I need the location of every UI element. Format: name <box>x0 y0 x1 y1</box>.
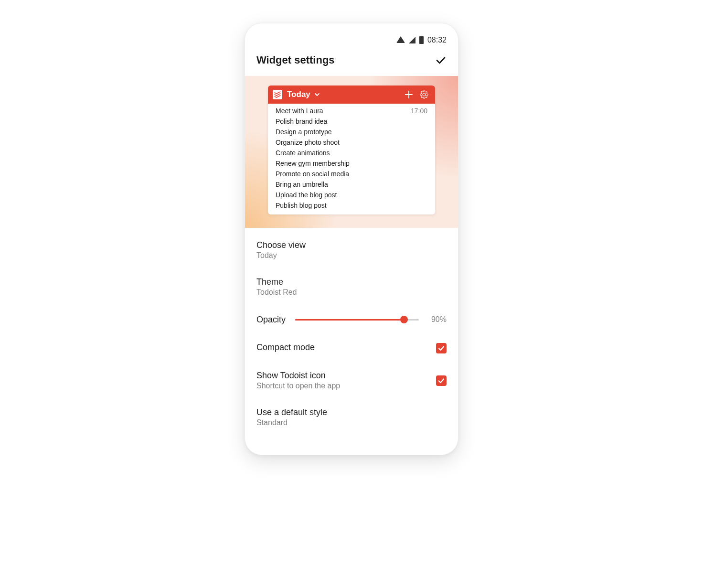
widget-preview: Today Meet with Laura17:00 <box>268 86 435 214</box>
compact-mode-setting[interactable]: Compact mode <box>245 334 458 362</box>
plus-icon <box>405 90 413 99</box>
check-icon <box>438 345 445 352</box>
setting-label: Use a default style <box>256 407 447 417</box>
task-title: Polish brand idea <box>276 118 327 125</box>
task-row[interactable]: Publish blog post <box>268 200 435 211</box>
task-row[interactable]: Design a prototype <box>268 127 435 137</box>
task-title: Promote on social media <box>276 170 349 178</box>
opacity-value: 90% <box>428 315 447 324</box>
task-title: Upload the blog post <box>276 191 337 199</box>
task-row[interactable]: Organize photo shoot <box>268 137 435 148</box>
setting-label: Compact mode <box>256 342 436 353</box>
choose-view-setting[interactable]: Choose view Today <box>245 232 458 268</box>
widget-task-list: Meet with Laura17:00 Polish brand idea D… <box>268 104 435 214</box>
task-row[interactable]: Promote on social media <box>268 169 435 179</box>
task-row[interactable]: Create animations <box>268 148 435 158</box>
task-title: Bring an umbrella <box>276 181 328 188</box>
opacity-slider[interactable] <box>295 314 419 325</box>
task-row[interactable]: Meet with Laura17:00 <box>268 106 435 116</box>
task-row[interactable]: Polish brand idea <box>268 116 435 127</box>
page-title: Widget settings <box>256 54 335 66</box>
setting-value: Today <box>256 251 447 260</box>
settings-list: Choose view Today Theme Todoist Red Opac… <box>245 228 458 455</box>
theme-setting[interactable]: Theme Todoist Red <box>245 268 458 305</box>
check-icon <box>438 377 445 384</box>
slider-fill <box>295 319 404 321</box>
gear-icon <box>420 90 428 99</box>
battery-icon <box>419 36 424 44</box>
task-time: 17:00 <box>411 107 427 115</box>
task-title: Design a prototype <box>276 128 332 136</box>
phone-frame: 08:32 Widget settings Today <box>245 23 458 455</box>
widget-view-selector[interactable]: Today <box>287 90 310 99</box>
confirm-button[interactable] <box>435 54 447 66</box>
task-title: Meet with Laura <box>276 107 323 115</box>
screen-header: Widget settings <box>245 46 458 76</box>
status-time: 08:32 <box>427 36 447 44</box>
setting-label: Theme <box>256 277 447 287</box>
show-icon-checkbox[interactable] <box>436 375 447 386</box>
compact-mode-checkbox[interactable] <box>436 343 447 353</box>
setting-label: Opacity <box>256 315 286 325</box>
task-row[interactable]: Upload the blog post <box>268 190 435 200</box>
setting-label: Show Todoist icon <box>256 371 436 381</box>
setting-label: Choose view <box>256 240 447 250</box>
task-title: Organize photo shoot <box>276 139 340 146</box>
task-title: Publish blog post <box>276 202 327 209</box>
wifi-icon <box>396 36 405 43</box>
task-row[interactable]: Renew gym membership <box>268 158 435 169</box>
widget-preview-area: Today Meet with Laura17:00 <box>245 76 458 228</box>
opacity-setting: Opacity 90% <box>245 305 458 334</box>
default-style-setting[interactable]: Use a default style Standard <box>245 399 458 436</box>
task-row[interactable]: Bring an umbrella <box>268 179 435 190</box>
task-title: Renew gym membership <box>276 160 350 167</box>
check-icon <box>435 54 447 66</box>
slider-thumb[interactable] <box>400 316 408 323</box>
setting-value: Standard <box>256 418 447 427</box>
widget-settings-button[interactable] <box>419 89 429 100</box>
setting-sublabel: Shortcut to open the app <box>256 382 436 390</box>
task-title: Create animations <box>276 149 330 157</box>
todoist-logo-icon <box>273 90 282 99</box>
add-task-button[interactable] <box>404 89 414 100</box>
chevron-down-icon <box>314 91 320 99</box>
widget-header: Today <box>268 86 435 104</box>
show-icon-setting[interactable]: Show Todoist icon Shortcut to open the a… <box>245 362 458 399</box>
signal-icon <box>409 37 415 43</box>
status-bar: 08:32 <box>245 33 458 46</box>
setting-value: Todoist Red <box>256 288 447 297</box>
